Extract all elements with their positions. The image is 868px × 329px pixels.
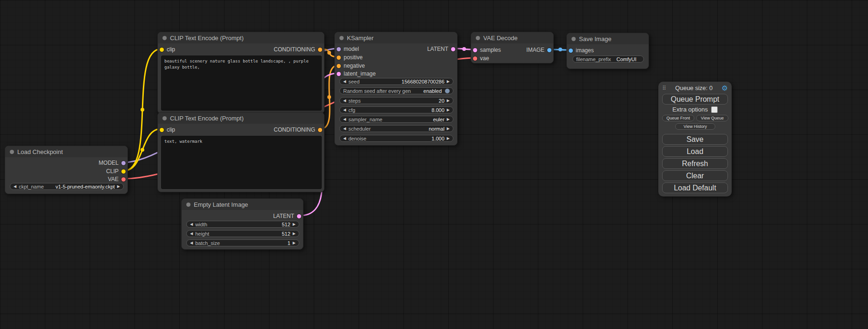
widget-ckpt-name[interactable]: ◀ ckpt_name v1-5-pruned-emaonly.ckpt ▶ <box>10 183 124 190</box>
slot-negative-input[interactable]: negative <box>337 63 365 69</box>
positive-prompt-textarea[interactable]: beautiful scenery nature glass bottle la… <box>161 56 322 111</box>
decrement-arrow-icon[interactable]: ◀ <box>343 108 346 112</box>
node-title-bar[interactable]: CLIP Text Encode (Prompt) <box>158 32 324 43</box>
collapse-dot-icon[interactable] <box>162 116 167 120</box>
drag-handle-icon[interactable]: ⠿ <box>662 85 666 91</box>
widget-width[interactable]: ◀ width 512 ▶ <box>186 221 299 228</box>
queue-prompt-button[interactable]: Queue Prompt <box>662 94 728 105</box>
node-ksampler[interactable]: KSampler model positive negative latent_… <box>334 32 458 146</box>
decrement-arrow-icon[interactable]: ◀ <box>190 241 193 245</box>
slot-vae-input[interactable]: vae <box>473 55 489 62</box>
node-vae-decode[interactable]: VAE Decode samples vae IMAGE <box>471 32 554 63</box>
queue-front-button[interactable]: Queue Front <box>662 115 694 121</box>
increment-arrow-icon[interactable]: ▶ <box>447 80 450 84</box>
load-button[interactable]: Load <box>662 146 728 157</box>
slot-latent-image-input[interactable]: latent_image <box>337 70 376 77</box>
decrement-arrow-icon[interactable]: ◀ <box>343 118 346 121</box>
slot-conditioning-output[interactable]: CONDITIONING <box>274 46 322 53</box>
collapse-dot-icon[interactable] <box>339 36 344 40</box>
slot-image-output[interactable]: IMAGE <box>526 47 551 53</box>
node-load-checkpoint[interactable]: Load Checkpoint MODEL CLIP VAE ◀ ckpt_na… <box>5 146 128 194</box>
slot-latent-output[interactable]: LATENT <box>427 46 455 52</box>
widget-steps[interactable]: ◀ steps 20 ▶ <box>339 97 453 104</box>
widget-random-seed-toggle[interactable]: Random seed after every gen enabled <box>339 87 453 94</box>
slot-clip-output[interactable]: CLIP <box>106 168 126 175</box>
negative-prompt-textarea[interactable]: text, watermark <box>161 136 322 189</box>
output-slot-dot[interactable] <box>318 48 322 52</box>
decrement-arrow-icon[interactable]: ◀ <box>343 80 346 84</box>
slot-clip-input[interactable]: clip <box>160 46 175 53</box>
view-history-button[interactable]: View History <box>675 123 715 130</box>
node-clip-text-encode-positive[interactable]: CLIP Text Encode (Prompt) clip CONDITION… <box>157 32 325 114</box>
input-slot-dot[interactable] <box>337 56 341 60</box>
widget-cfg[interactable]: ◀ cfg 8.000 ▶ <box>339 106 453 113</box>
input-slot-dot[interactable] <box>569 49 573 53</box>
node-title-bar[interactable]: CLIP Text Encode (Prompt) <box>158 112 324 124</box>
collapse-dot-icon[interactable] <box>186 203 191 207</box>
node-empty-latent-image[interactable]: Empty Latent Image LATENT ◀ width 512 ▶ … <box>181 198 303 250</box>
widget-batch-size[interactable]: ◀ batch_size 1 ▶ <box>186 239 299 246</box>
widget-denoise[interactable]: ◀ denoise 1.000 ▶ <box>339 135 453 142</box>
collapse-dot-icon[interactable] <box>162 36 167 40</box>
node-title-bar[interactable]: VAE Decode <box>471 32 553 43</box>
input-slot-dot[interactable] <box>473 56 477 61</box>
output-slot-dot[interactable] <box>121 177 126 182</box>
input-slot-dot[interactable] <box>160 128 164 132</box>
output-slot-dot[interactable] <box>121 169 126 174</box>
output-slot-dot[interactable] <box>297 214 301 218</box>
decrement-arrow-icon[interactable]: ◀ <box>343 137 346 140</box>
increment-arrow-icon[interactable]: ▶ <box>117 185 120 189</box>
node-title-bar[interactable]: Save Image <box>567 33 649 44</box>
toggle-dot-icon[interactable] <box>445 89 450 93</box>
input-slot-dot[interactable] <box>337 72 341 76</box>
increment-arrow-icon[interactable]: ▶ <box>447 137 450 140</box>
decrement-arrow-icon[interactable]: ◀ <box>343 99 346 103</box>
save-button[interactable]: Save <box>662 134 728 145</box>
output-slot-dot[interactable] <box>318 128 322 132</box>
slot-vae-output[interactable]: VAE <box>108 176 126 182</box>
collapse-dot-icon[interactable] <box>572 37 576 41</box>
decrement-arrow-icon[interactable]: ◀ <box>190 223 193 226</box>
increment-arrow-icon[interactable]: ▶ <box>447 99 450 103</box>
increment-arrow-icon[interactable]: ▶ <box>447 108 450 112</box>
refresh-button[interactable]: Refresh <box>662 158 728 169</box>
slot-clip-input[interactable]: clip <box>160 126 175 133</box>
settings-gear-icon[interactable]: ⚙ <box>722 84 728 91</box>
decrement-arrow-icon[interactable]: ◀ <box>14 185 16 189</box>
output-slot-dot[interactable] <box>451 47 455 51</box>
increment-arrow-icon[interactable]: ▶ <box>293 223 296 226</box>
clear-button[interactable]: Clear <box>662 170 728 181</box>
slot-images-input[interactable]: images <box>569 47 594 54</box>
view-queue-button[interactable]: View Queue <box>696 115 728 121</box>
node-title-bar[interactable]: Load Checkpoint <box>5 146 127 157</box>
increment-arrow-icon[interactable]: ▶ <box>293 232 296 236</box>
output-slot-dot[interactable] <box>547 48 551 52</box>
node-title-bar[interactable]: KSampler <box>335 32 457 43</box>
node-graph-canvas[interactable]: Load Checkpoint MODEL CLIP VAE ◀ ckpt_na… <box>0 0 868 329</box>
node-title-bar[interactable]: Empty Latent Image <box>182 199 303 210</box>
output-slot-dot[interactable] <box>121 161 126 165</box>
decrement-arrow-icon[interactable]: ◀ <box>190 232 193 236</box>
widget-sampler-name[interactable]: ◀ sampler_name euler ▶ <box>339 116 453 123</box>
slot-latent-output[interactable]: LATENT <box>273 213 301 219</box>
widget-height[interactable]: ◀ height 512 ▶ <box>186 230 299 237</box>
increment-arrow-icon[interactable]: ▶ <box>447 127 450 131</box>
slot-model-output[interactable]: MODEL <box>99 160 126 166</box>
widget-seed[interactable]: ◀ seed 156680208700286 ▶ <box>339 78 453 85</box>
node-clip-text-encode-negative[interactable]: CLIP Text Encode (Prompt) clip CONDITION… <box>157 112 325 192</box>
extra-options-checkbox[interactable] <box>711 106 718 113</box>
input-slot-dot[interactable] <box>160 48 164 52</box>
collapse-dot-icon[interactable] <box>10 150 14 154</box>
input-slot-dot[interactable] <box>337 47 341 51</box>
collapse-dot-icon[interactable] <box>476 36 480 40</box>
widget-scheduler[interactable]: ◀ scheduler normal ▶ <box>339 125 453 132</box>
slot-model-input[interactable]: model <box>337 46 359 52</box>
input-slot-dot[interactable] <box>337 64 341 68</box>
slot-conditioning-output[interactable]: CONDITIONING <box>274 126 322 133</box>
increment-arrow-icon[interactable]: ▶ <box>293 241 296 245</box>
node-save-image[interactable]: Save Image images filename_prefix ComfyU… <box>566 33 649 69</box>
decrement-arrow-icon[interactable]: ◀ <box>343 127 346 131</box>
slot-samples-input[interactable]: samples <box>473 47 501 53</box>
slot-positive-input[interactable]: positive <box>337 54 363 61</box>
increment-arrow-icon[interactable]: ▶ <box>447 118 450 121</box>
